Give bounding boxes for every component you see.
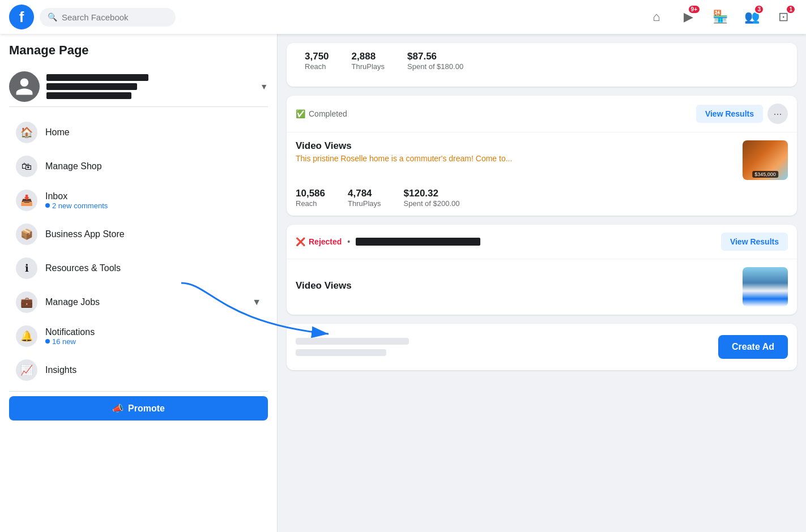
rejected-ad-card: ❌ Rejected • View Results Video Views (287, 225, 797, 315)
nav-icons: ⌂ ▶ 9+ 🏪 👥 3 ⊡ 1 (643, 3, 797, 31)
inbox-icon: 📥 (16, 190, 37, 211)
view-results-button-completed[interactable]: View Results (696, 105, 763, 123)
thumb-price: $345,000 (752, 171, 778, 178)
rejected-ad-title: Video Views (296, 280, 352, 291)
messenger-badge: 1 (786, 5, 796, 14)
sidebar-item-text-inbox: Inbox 2 new comments (45, 191, 108, 210)
sidebar-divider (9, 391, 268, 392)
sidebar-item-label-jobs: Manage Jobs (45, 297, 100, 307)
completed-ad-info: Video Views This pristine Roselle home i… (296, 140, 733, 163)
page-identity[interactable]: ▼ (9, 67, 268, 107)
sidebar-item-text-insights: Insights (45, 365, 76, 375)
inbox-sub-text: 2 new comments (52, 201, 108, 210)
promote-icon: 📣 (112, 403, 123, 414)
completed-spent-stat: $120.32 Spent of $200.00 (404, 188, 460, 208)
sidebar: Manage Page ▼ 🏠 Home 🛍 (0, 34, 278, 532)
sidebar-item-manage-jobs[interactable]: 💼 Manage Jobs ▼ (9, 286, 268, 319)
sidebar-item-inbox[interactable]: 📥 Inbox 2 new comments (9, 184, 268, 217)
completed-reach-value: 10,586 (296, 188, 325, 199)
sidebar-item-notifications[interactable]: 🔔 Notifications 16 new (9, 320, 268, 353)
bell-icon: 🔔 (16, 325, 37, 347)
business-app-icon: 📦 (16, 224, 37, 245)
home-icon: 🏠 (16, 122, 37, 143)
sidebar-item-text-home: Home (45, 127, 70, 138)
sidebar-item-label-inbox: Inbox (45, 191, 108, 201)
thruplays-label: ThruPlays (352, 62, 385, 71)
manage-page-title: Manage Page (9, 43, 268, 58)
placeholder-line-1 (296, 338, 409, 345)
thruplays-value: 2,888 (352, 51, 385, 62)
rejected-card-header: ❌ Rejected • View Results (287, 225, 797, 259)
store-icon: 🏪 (713, 10, 728, 24)
thruplays-stat: 2,888 ThruPlays (352, 51, 385, 71)
completed-reach-label: Reach (296, 199, 325, 208)
completed-ad-subtitle: This pristine Roselle home is a commuter… (296, 154, 733, 163)
x-circle-icon: ❌ (296, 237, 305, 246)
search-icon: 🔍 (48, 12, 57, 22)
completed-status: ✅ Completed (296, 109, 347, 118)
more-options-button-completed[interactable]: ··· (767, 104, 788, 124)
sidebar-item-label-shop: Manage Shop (45, 161, 102, 171)
name-line-1 (46, 74, 148, 81)
placeholder-line-2 (296, 349, 386, 356)
sidebar-item-text-notifications: Notifications 16 new (45, 327, 95, 346)
people-nav-button[interactable]: 👥 3 (738, 3, 765, 31)
blue-dot-notifications (45, 339, 50, 344)
rejected-label: Rejected (309, 237, 342, 246)
notifications-sub-text: 16 new (52, 337, 76, 346)
completed-ad-stats: 10,586 Reach 4,784 ThruPlays $120.32 Spe… (287, 188, 797, 216)
chevron-down-jobs-icon: ▼ (252, 297, 261, 307)
page-name-block (46, 74, 253, 99)
promote-button[interactable]: 📣 Promote (9, 396, 268, 421)
messenger-nav-button[interactable]: ⊡ 1 (770, 3, 797, 31)
search-input[interactable] (62, 12, 164, 22)
store-nav-button[interactable]: 🏪 (706, 3, 733, 31)
rejected-separator: • (347, 237, 350, 246)
facebook-logo[interactable]: f (9, 5, 34, 29)
completed-card-header: ✅ Completed View Results ··· (287, 96, 797, 132)
video-nav-button[interactable]: ▶ 9+ (675, 3, 702, 31)
rejected-ad-thumbnail (743, 267, 788, 307)
promote-label: Promote (128, 404, 165, 414)
sidebar-item-label-home: Home (45, 127, 70, 138)
partial-ad-card: 3,750 Reach 2,888 ThruPlays $87.56 Spent… (287, 43, 797, 87)
completed-card-body: Video Views This pristine Roselle home i… (287, 132, 797, 188)
sidebar-item-label-resources: Resources & Tools (45, 263, 121, 273)
spent-stat: $87.56 Spent of $180.00 (407, 51, 463, 71)
reach-label: Reach (305, 62, 329, 71)
create-ad-button[interactable]: Create Ad (718, 335, 788, 359)
sidebar-item-text-resources: Resources & Tools (45, 263, 121, 273)
completed-thruplays-stat: 4,784 ThruPlays (348, 188, 381, 208)
sidebar-item-manage-shop[interactable]: 🛍 Manage Shop (9, 150, 268, 183)
main-content: 3,750 Reach 2,888 ThruPlays $87.56 Spent… (278, 34, 806, 532)
view-results-button-rejected[interactable]: View Results (721, 233, 788, 251)
name-line-2 (46, 83, 137, 90)
completed-ad-thumbnail: $345,000 (743, 140, 788, 180)
avatar (9, 71, 40, 102)
top-navigation: f 🔍 ⌂ ▶ 9+ 🏪 👥 3 ⊡ 1 (0, 0, 806, 34)
home-nav-button[interactable]: ⌂ (643, 3, 670, 31)
completed-reach-stat: 10,586 Reach (296, 188, 325, 208)
sidebar-item-home[interactable]: 🏠 Home (9, 116, 268, 149)
completed-ad-title: Video Views (296, 140, 733, 152)
completed-header-actions: View Results ··· (696, 104, 788, 124)
sidebar-item-resources-tools[interactable]: ℹ Resources & Tools (9, 252, 268, 285)
rejected-status: ❌ Rejected • (296, 237, 480, 246)
chevron-down-icon: ▼ (260, 82, 268, 91)
check-circle-icon: ✅ (296, 109, 305, 118)
completed-spent-label: Spent of $200.00 (404, 199, 460, 208)
sidebar-item-business-app-store[interactable]: 📦 Business App Store (9, 218, 268, 251)
partial-ad-stats: 3,750 Reach 2,888 ThruPlays $87.56 Spent… (296, 51, 788, 79)
shop-icon: 🛍 (16, 156, 37, 177)
sidebar-item-text-business: Business App Store (45, 229, 125, 239)
sidebar-item-insights[interactable]: 📈 Insights (9, 354, 268, 387)
sidebar-item-label-insights: Insights (45, 365, 76, 375)
jobs-icon: 💼 (16, 291, 37, 313)
spent-value: $87.56 (407, 51, 463, 62)
create-ad-inner: Create Ad (296, 335, 788, 359)
sidebar-item-text-shop: Manage Shop (45, 161, 102, 171)
spent-label: Spent of $180.00 (407, 62, 463, 71)
info-icon: ℹ (16, 258, 37, 279)
video-badge: 9+ (688, 5, 701, 14)
search-bar[interactable]: 🔍 (40, 8, 176, 27)
